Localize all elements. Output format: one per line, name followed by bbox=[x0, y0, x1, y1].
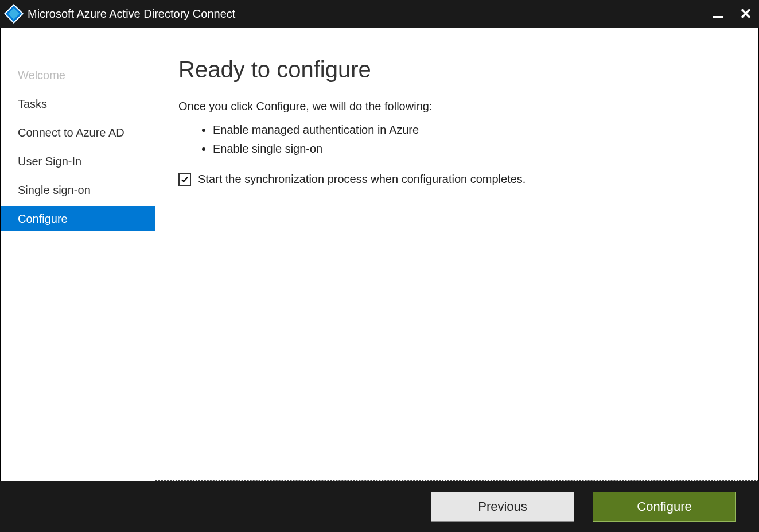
previous-button[interactable]: Previous bbox=[431, 492, 574, 522]
window-title: Microsoft Azure Active Directory Connect bbox=[28, 7, 713, 21]
sidebar-item-label: Welcome bbox=[18, 69, 65, 81]
button-label: Configure bbox=[637, 499, 691, 514]
action-list: Enable managed authentication in Azure E… bbox=[213, 123, 735, 156]
sidebar-item-label: User Sign-In bbox=[18, 155, 81, 168]
wizard-sidebar: Welcome Tasks Connect to Azure AD User S… bbox=[1, 28, 155, 481]
checkmark-icon bbox=[181, 176, 189, 184]
main-panel: Ready to configure Once you click Config… bbox=[155, 28, 758, 481]
sidebar-item-user-sign-in[interactable]: User Sign-In bbox=[1, 149, 155, 174]
sidebar-item-label: Tasks bbox=[18, 98, 47, 110]
sidebar-item-label: Single sign-on bbox=[18, 184, 91, 196]
sidebar-item-configure[interactable]: Configure bbox=[1, 206, 155, 231]
sidebar-item-label: Connect to Azure AD bbox=[18, 126, 124, 139]
page-heading: Ready to configure bbox=[178, 57, 735, 83]
action-item: Enable managed authentication in Azure bbox=[213, 123, 735, 137]
sidebar-item-welcome: Welcome bbox=[1, 63, 155, 88]
sidebar-item-connect-azure-ad[interactable]: Connect to Azure AD bbox=[1, 120, 155, 145]
action-item: Enable single sign-on bbox=[213, 142, 735, 156]
sidebar-item-tasks[interactable]: Tasks bbox=[1, 91, 155, 117]
wizard-footer: Previous Configure bbox=[0, 481, 759, 532]
close-icon[interactable]: ✕ bbox=[739, 6, 752, 21]
sync-checkbox[interactable] bbox=[178, 173, 191, 186]
minimize-icon[interactable] bbox=[713, 16, 723, 18]
app-icon bbox=[4, 4, 24, 24]
sidebar-item-single-sign-on[interactable]: Single sign-on bbox=[1, 177, 155, 203]
configure-button[interactable]: Configure bbox=[593, 492, 736, 522]
body-area: Welcome Tasks Connect to Azure AD User S… bbox=[0, 28, 759, 481]
sync-checkbox-row: Start the synchronization process when c… bbox=[178, 173, 735, 186]
button-label: Previous bbox=[478, 499, 527, 514]
window-titlebar: Microsoft Azure Active Directory Connect… bbox=[0, 0, 759, 28]
sync-checkbox-label: Start the synchronization process when c… bbox=[198, 173, 526, 186]
sidebar-item-label: Configure bbox=[18, 212, 68, 225]
lead-text: Once you click Configure, we will do the… bbox=[178, 100, 735, 113]
window-controls: ✕ bbox=[713, 6, 752, 21]
